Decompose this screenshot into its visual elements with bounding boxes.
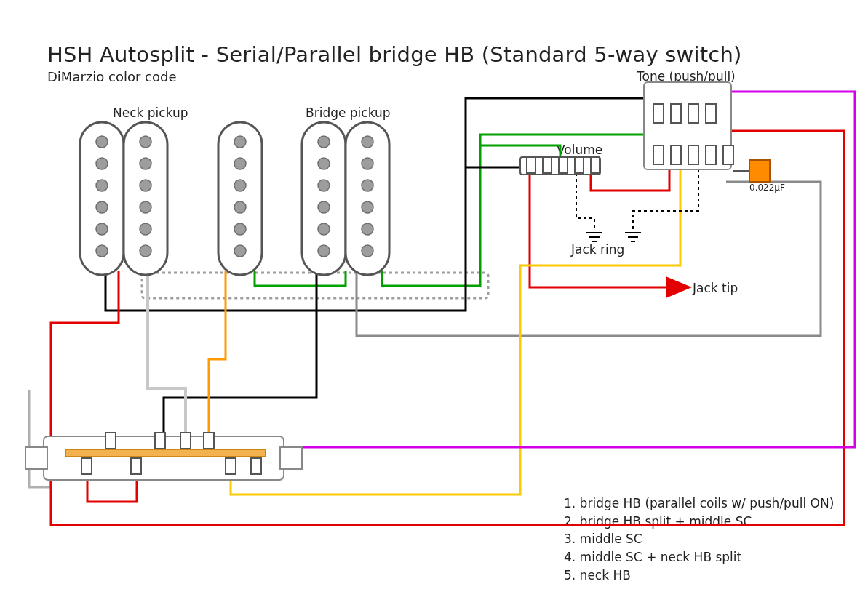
middle-single-coil xyxy=(218,122,262,275)
svg-point-17 xyxy=(140,201,151,213)
wire-ground-dashed-2 xyxy=(633,164,698,231)
svg-rect-66 xyxy=(180,433,191,449)
svg-point-34 xyxy=(318,245,330,257)
svg-rect-49 xyxy=(671,104,681,123)
svg-point-32 xyxy=(318,201,330,213)
svg-rect-53 xyxy=(671,145,681,164)
svg-point-18 xyxy=(140,223,151,235)
wiring-diagram-svg xyxy=(0,0,868,613)
svg-rect-54 xyxy=(688,145,698,164)
svg-point-15 xyxy=(140,158,151,169)
ground-symbol-2 xyxy=(625,233,641,241)
svg-rect-69 xyxy=(251,458,261,474)
svg-rect-44 xyxy=(559,157,568,173)
svg-rect-63 xyxy=(105,433,116,449)
svg-rect-60 xyxy=(280,447,302,469)
svg-rect-42 xyxy=(527,157,535,173)
svg-point-40 xyxy=(362,245,373,257)
svg-rect-62 xyxy=(81,458,92,474)
svg-rect-65 xyxy=(155,433,165,449)
svg-rect-52 xyxy=(653,145,664,164)
ground-symbol-1 xyxy=(586,233,602,241)
svg-rect-64 xyxy=(131,458,141,474)
svg-rect-55 xyxy=(706,145,716,164)
svg-point-21 xyxy=(234,136,246,148)
svg-point-10 xyxy=(96,180,108,191)
five-way-switch xyxy=(25,433,302,480)
wire-grey-bridge-to-tone xyxy=(357,182,821,336)
svg-point-9 xyxy=(96,158,108,169)
svg-rect-51 xyxy=(706,104,716,123)
svg-rect-46 xyxy=(591,157,600,173)
svg-point-8 xyxy=(96,136,108,148)
svg-point-36 xyxy=(362,158,373,169)
svg-point-22 xyxy=(234,158,246,169)
svg-rect-67 xyxy=(204,433,214,449)
svg-point-16 xyxy=(140,180,151,191)
svg-point-24 xyxy=(234,201,246,213)
svg-point-19 xyxy=(140,245,151,257)
capacitor-icon xyxy=(749,160,770,182)
svg-rect-68 xyxy=(226,458,236,474)
svg-point-12 xyxy=(96,223,108,235)
svg-point-14 xyxy=(140,136,151,148)
svg-point-23 xyxy=(234,180,246,191)
svg-point-31 xyxy=(318,180,330,191)
svg-point-39 xyxy=(362,223,373,235)
svg-point-26 xyxy=(234,245,246,257)
svg-point-37 xyxy=(362,180,373,191)
volume-pot xyxy=(520,157,600,175)
svg-rect-56 xyxy=(723,145,733,164)
svg-point-11 xyxy=(96,201,108,213)
svg-point-30 xyxy=(318,158,330,169)
svg-rect-45 xyxy=(575,157,584,173)
svg-rect-50 xyxy=(688,104,698,123)
svg-point-25 xyxy=(234,223,246,235)
svg-point-13 xyxy=(96,245,108,257)
svg-point-38 xyxy=(362,201,373,213)
wire-lightgrey-neck-inner xyxy=(148,271,186,435)
svg-point-29 xyxy=(318,136,330,148)
svg-rect-48 xyxy=(653,104,664,123)
svg-rect-61 xyxy=(65,449,266,457)
svg-point-35 xyxy=(362,136,373,148)
neck-humbucker xyxy=(80,122,167,275)
bridge-humbucker xyxy=(302,122,389,275)
svg-point-33 xyxy=(318,223,330,235)
wire-orange-middle-to-switch xyxy=(209,271,226,435)
svg-rect-43 xyxy=(543,157,552,173)
wire-yellow-switch-to-tone xyxy=(231,164,680,494)
svg-rect-59 xyxy=(25,447,47,469)
